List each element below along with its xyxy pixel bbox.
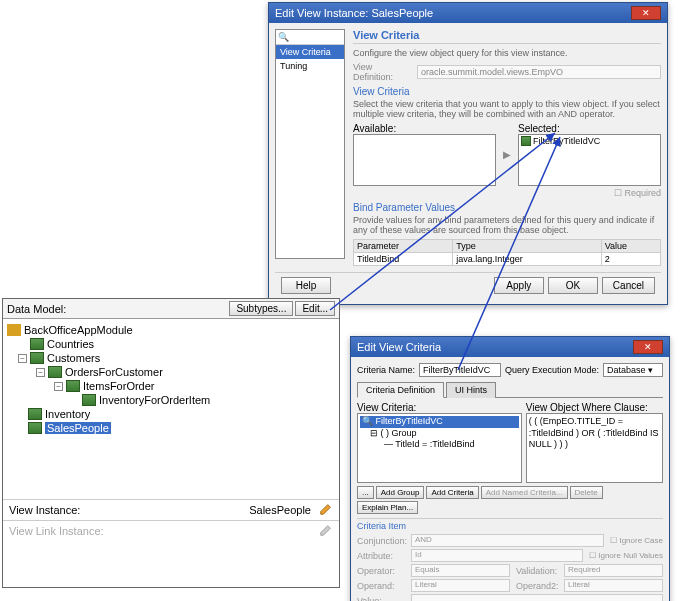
attribute-select: Id xyxy=(411,549,583,562)
tree-inventory[interactable]: Inventory xyxy=(7,407,335,421)
criteria-name-input[interactable]: FilterByTitleIdVC xyxy=(419,363,501,377)
ok-button[interactable]: OK xyxy=(548,277,598,294)
help-button[interactable]: Help xyxy=(281,277,331,294)
dialog-title: Edit View Instance: SalesPeople xyxy=(275,7,433,19)
tab-ui-hints[interactable]: UI Hints xyxy=(446,382,496,398)
operand2-label: Operand2: xyxy=(516,581,558,591)
tree-root[interactable]: BackOfficeAppModule xyxy=(7,323,335,337)
dialog-titlebar[interactable]: Edit View Criteria ✕ xyxy=(351,337,669,357)
vo-icon xyxy=(30,352,44,364)
explain-plan-button[interactable]: Explain Plan... xyxy=(357,501,418,514)
data-model-title: Data Model: xyxy=(7,303,227,315)
data-model-panel: Data Model: Subtypes... Edit... BackOffi… xyxy=(2,298,340,588)
edit-view-criteria-dialog: Edit View Criteria ✕ Criteria Name: Filt… xyxy=(350,336,670,601)
delete-button: Delete xyxy=(570,486,603,499)
page-heading: View Criteria xyxy=(353,29,661,44)
view-instance-value: SalesPeople xyxy=(249,504,311,516)
collapse-icon[interactable]: − xyxy=(54,382,63,391)
operand-select: Literal xyxy=(411,579,510,592)
value-label: Value: xyxy=(357,596,405,602)
attribute-label: Attribute: xyxy=(357,551,405,561)
view-instance-label: View Instance: xyxy=(9,504,249,516)
operand2-select: Literal xyxy=(564,579,663,592)
table-row[interactable]: TitleIdBind java.lang.Integer 2 xyxy=(354,253,661,266)
operator-label: Operator: xyxy=(357,566,405,576)
col-type: Type xyxy=(453,240,601,253)
conjunction-label: Conjunction: xyxy=(357,536,405,546)
ignore-null-checkbox: ☐ Ignore Null Values xyxy=(589,551,663,560)
dialog-titlebar[interactable]: Edit View Instance: SalesPeople ✕ xyxy=(269,3,667,23)
validation-label: Validation: xyxy=(516,566,558,576)
vc-tree-root[interactable]: 🔍 FilterByTitleIdVC xyxy=(360,416,519,428)
add-named-criteria-button: Add Named Criteria... xyxy=(481,486,568,499)
tree-salespeople[interactable]: SalesPeople xyxy=(7,421,335,435)
available-label: Available: xyxy=(353,123,496,134)
vc-desc: Select the view criteria that you want t… xyxy=(353,99,661,119)
tree-orders[interactable]: −OrdersForCustomer xyxy=(7,365,335,379)
criteria-name-label: Criteria Name: xyxy=(357,365,415,375)
shuttle-right-icon[interactable]: ▶ xyxy=(500,123,514,186)
dialog-title: Edit View Criteria xyxy=(357,341,441,353)
nav-view-criteria[interactable]: View Criteria xyxy=(276,45,344,59)
operator-select: Equals xyxy=(411,564,510,577)
vo-icon xyxy=(66,380,80,392)
tree-customers[interactable]: −Customers xyxy=(7,351,335,365)
where-clause-box: ( ( (EmpEO.TITLE_ID = :TitleIdBind ) OR … xyxy=(526,413,663,483)
view-link-instance-label: View Link Instance: xyxy=(9,525,311,537)
vo-icon xyxy=(82,394,96,406)
col-value: Value xyxy=(601,240,660,253)
section-view-criteria: View Criteria xyxy=(353,86,661,97)
search-icon[interactable]: 🔍 xyxy=(276,30,344,45)
more-button[interactable]: ... xyxy=(357,486,374,499)
selected-label: Selected: xyxy=(518,123,661,134)
module-icon xyxy=(7,324,21,336)
vc-tree[interactable]: 🔍 FilterByTitleIdVC ⊟ ( ) Group — TitleI… xyxy=(357,413,522,483)
vc-tree-item[interactable]: — TitleId = :TitleIdBind xyxy=(360,439,519,451)
close-icon[interactable]: ✕ xyxy=(631,6,661,20)
col-parameter: Parameter xyxy=(354,240,453,253)
qem-select[interactable]: Database ▾ xyxy=(603,363,663,377)
data-model-tree[interactable]: BackOfficeAppModule Countries −Customers… xyxy=(3,319,339,439)
required-checkbox: ☐ Required xyxy=(353,188,661,198)
cancel-button[interactable]: Cancel xyxy=(602,277,655,294)
edit-pencil-icon-disabled xyxy=(319,523,333,539)
available-listbox[interactable] xyxy=(353,134,496,186)
conjunction-select: AND xyxy=(411,534,604,547)
edit-view-instance-dialog: Edit View Instance: SalesPeople ✕ 🔍 View… xyxy=(268,2,668,305)
apply-button[interactable]: Apply xyxy=(494,277,544,294)
bind-desc: Provide values for any bind parameters d… xyxy=(353,215,661,235)
operand-label: Operand: xyxy=(357,581,405,591)
subtypes-button[interactable]: Subtypes... xyxy=(229,301,293,316)
close-icon[interactable]: ✕ xyxy=(633,340,663,354)
add-criteria-button[interactable]: Add Criteria xyxy=(426,486,478,499)
ignore-case-checkbox: ☐ Ignore Case xyxy=(610,536,663,545)
tree-items[interactable]: −ItemsForOrder xyxy=(7,379,335,393)
bind-params-table[interactable]: Parameter Type Value TitleIdBind java.la… xyxy=(353,239,661,266)
section-bind-params: Bind Parameter Values xyxy=(353,202,661,213)
selected-item-label: FilterByTitleIdVC xyxy=(533,136,600,146)
viewdef-label: View Definition: xyxy=(353,62,413,82)
vc-tree-group[interactable]: ⊟ ( ) Group xyxy=(360,428,519,440)
validation-select: Required xyxy=(564,564,663,577)
edit-button[interactable]: Edit... xyxy=(295,301,335,316)
page-subtitle: Configure the view object query for this… xyxy=(353,48,661,58)
where-clause-label: View Object Where Clause: xyxy=(526,402,663,413)
collapse-icon[interactable]: − xyxy=(18,354,27,363)
edit-pencil-icon[interactable] xyxy=(319,502,333,518)
vo-icon xyxy=(28,422,42,434)
vo-icon xyxy=(30,338,44,350)
add-group-button[interactable]: Add Group xyxy=(376,486,425,499)
dialog-nav: 🔍 View Criteria Tuning xyxy=(275,29,345,259)
nav-tuning[interactable]: Tuning xyxy=(276,59,344,73)
selected-item-filterbytitle[interactable]: FilterByTitleIdVC xyxy=(520,136,659,146)
tab-criteria-definition[interactable]: Criteria Definition xyxy=(357,382,444,398)
value-input xyxy=(411,594,663,601)
tree-inventory-item[interactable]: InventoryForOrderItem xyxy=(7,393,335,407)
vc-icon xyxy=(521,136,531,146)
selected-listbox[interactable]: FilterByTitleIdVC xyxy=(518,134,661,186)
vc-tree-label: View Criteria: xyxy=(357,402,522,413)
qem-label: Query Execution Mode: xyxy=(505,365,599,375)
tree-countries[interactable]: Countries xyxy=(7,337,335,351)
vo-icon xyxy=(28,408,42,420)
collapse-icon[interactable]: − xyxy=(36,368,45,377)
